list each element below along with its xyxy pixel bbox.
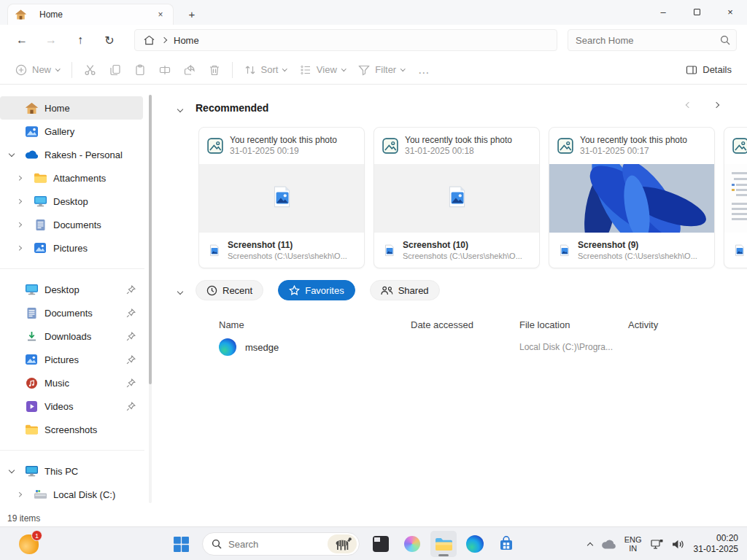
new-icon: [15, 64, 27, 76]
sidebar-item-documents-pinned[interactable]: Documents: [0, 301, 143, 324]
chevron-right-icon[interactable]: [15, 223, 23, 227]
sidebar-item-local-disk-c[interactable]: Local Disk (C:): [0, 483, 143, 506]
sidebar-item-desktop-onedrive[interactable]: Desktop: [0, 190, 143, 213]
forward-button[interactable]: →: [36, 28, 66, 52]
language-indicator[interactable]: ENG IN: [624, 535, 642, 553]
start-button[interactable]: [168, 531, 194, 557]
taskbar-search-input[interactable]: [228, 539, 321, 550]
sidebar-item-home[interactable]: Home: [0, 96, 143, 120]
chevron-right-icon[interactable]: [15, 176, 23, 180]
copy-button[interactable]: [103, 58, 128, 82]
breadcrumb[interactable]: Home: [134, 29, 557, 51]
chevron-down-icon[interactable]: [8, 470, 15, 472]
notification-app-icon[interactable]: 1: [19, 534, 39, 554]
refresh-button[interactable]: ↻: [95, 28, 124, 52]
sidebar-item-pictures-onedrive[interactable]: Pictures: [0, 236, 143, 260]
tab-recent[interactable]: Recent: [196, 280, 263, 300]
paste-button[interactable]: [128, 58, 152, 82]
details-button[interactable]: Details: [679, 58, 738, 82]
column-header-date-accessed[interactable]: Date accessed: [411, 319, 519, 330]
network-icon[interactable]: [651, 539, 663, 550]
document-icon: [25, 306, 38, 319]
taskbar-store-icon[interactable]: [493, 531, 519, 557]
photo-badge-icon: [207, 138, 223, 154]
cut-button[interactable]: [77, 58, 103, 82]
sort-button[interactable]: Sort: [238, 58, 293, 82]
recommended-card[interactable]: You recently took this photo 31-01-2025 …: [549, 127, 715, 268]
sidebar-item-attachments[interactable]: Attachments: [0, 166, 143, 190]
taskbar-notification-area[interactable]: 1: [19, 534, 39, 554]
taskbar-dark-app-icon[interactable]: [368, 531, 394, 557]
column-header-activity[interactable]: Activity: [628, 319, 701, 330]
paste-icon: [134, 64, 146, 76]
taskbar-search-box[interactable]: [202, 532, 360, 556]
chevron-right-icon[interactable]: [15, 200, 23, 203]
card-thumbnail: [724, 164, 747, 233]
recommended-collapse-chevron-icon[interactable]: [178, 101, 182, 114]
tab-shared[interactable]: Shared: [370, 280, 440, 300]
taskbar-clock[interactable]: 00:20 31-01-2025: [694, 533, 741, 555]
tab-close-button[interactable]: ×: [154, 8, 167, 21]
sidebar-item-downloads-pinned[interactable]: Downloads: [0, 324, 143, 348]
onedrive-cloud-icon: [25, 148, 38, 161]
more-options-button[interactable]: …: [411, 58, 437, 82]
file-explorer-window: Home × + – × ← → ↑ ↻ Home New: [0, 0, 747, 526]
share-button[interactable]: [177, 58, 202, 82]
carousel-next-button[interactable]: [711, 99, 722, 111]
filter-button[interactable]: Filter: [352, 58, 411, 82]
volume-icon[interactable]: [672, 539, 685, 550]
recommended-card[interactable]: You recently took this photo 31-01-2025 …: [374, 127, 540, 268]
column-header-file-location[interactable]: File location: [519, 319, 628, 330]
activity-collapse-chevron-icon[interactable]: [178, 284, 182, 297]
search-home-box[interactable]: [568, 29, 737, 51]
chevron-right-icon[interactable]: [15, 493, 23, 497]
chevron-down-icon[interactable]: [8, 154, 15, 156]
store-bag-icon: [498, 536, 514, 552]
restore-button[interactable]: [680, 0, 713, 24]
sidebar-item-onedrive[interactable]: Rakesh - Personal: [0, 143, 143, 166]
recommended-card-partial[interactable]: [724, 127, 747, 268]
close-button[interactable]: ×: [713, 0, 747, 24]
sidebar-item-videos-pinned[interactable]: Videos: [0, 394, 143, 418]
document-icon: [34, 218, 47, 231]
tab-favorites[interactable]: Favorites: [278, 280, 355, 300]
chevron-right-icon[interactable]: [15, 246, 23, 250]
taskbar-file-explorer-icon[interactable]: [430, 531, 457, 557]
carousel-previous-button[interactable]: [683, 99, 694, 111]
new-button[interactable]: New: [9, 58, 66, 82]
sidebar-item-this-pc[interactable]: This PC: [0, 459, 143, 483]
column-header-name[interactable]: Name: [219, 319, 411, 330]
delete-button[interactable]: [202, 58, 227, 82]
new-tab-button[interactable]: +: [182, 4, 201, 23]
sidebar-item-pictures-pinned[interactable]: Pictures: [0, 348, 143, 371]
taskbar-edge-icon[interactable]: [462, 531, 488, 557]
sidebar-scrollbar-thumb[interactable]: [149, 95, 152, 384]
recommended-card[interactable]: You recently took this photo 31-01-2025 …: [198, 127, 365, 268]
minimize-button[interactable]: –: [646, 0, 680, 24]
delete-icon: [209, 64, 220, 76]
up-button[interactable]: ↑: [66, 28, 95, 52]
table-row[interactable]: msedge Local Disk (C:)\Progra...: [219, 334, 747, 360]
file-location: Local Disk (C:)\Progra...: [519, 342, 628, 352]
breadcrumb-location[interactable]: Home: [174, 35, 199, 46]
rename-button[interactable]: [152, 58, 177, 82]
sidebar-item-music-pinned[interactable]: Music: [0, 371, 143, 394]
taskbar-copilot-icon[interactable]: [399, 531, 425, 557]
recommended-cards-row: You recently took this photo 31-01-2025 …: [198, 127, 747, 270]
search-highlight-zebra-image[interactable]: [328, 534, 357, 553]
onedrive-tray-icon[interactable]: [601, 540, 616, 549]
view-button[interactable]: View: [293, 58, 352, 82]
hidden-icons-chevron-icon[interactable]: [588, 537, 592, 551]
sidebar-item-screenshots[interactable]: Screenshots: [0, 418, 143, 441]
card-timestamp: 31-01-2025 00:17: [580, 146, 687, 157]
sidebar-item-desktop-pinned[interactable]: Desktop: [0, 278, 143, 301]
sort-icon: [244, 64, 256, 76]
back-button[interactable]: ←: [7, 28, 36, 52]
window-body: Home Gallery Rakesh - Personal Attachmen…: [0, 85, 747, 510]
search-home-input[interactable]: [576, 35, 720, 46]
sidebar-item-documents-onedrive[interactable]: Documents: [0, 213, 143, 236]
sidebar-item-gallery[interactable]: Gallery: [0, 120, 143, 143]
explorer-tab-home[interactable]: Home ×: [7, 4, 174, 25]
share-icon: [184, 64, 196, 76]
file-name: msedge: [245, 342, 279, 353]
